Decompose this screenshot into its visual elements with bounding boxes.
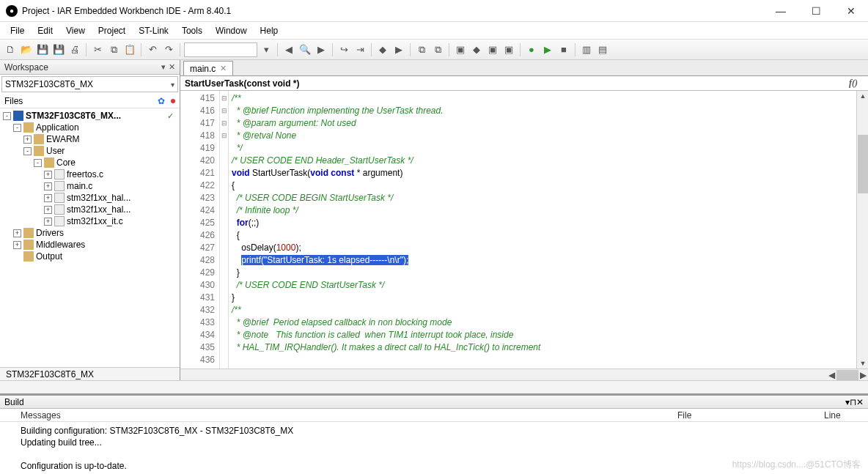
code-editor[interactable]: 415 416 417 418 419 420 421 422 423 424 … <box>180 91 868 369</box>
tree-item[interactable]: +stm32f1xx_hal... <box>0 204 180 215</box>
folder-icon <box>44 158 54 168</box>
scrollbar-thumb[interactable] <box>858 135 868 193</box>
undo-button[interactable]: ↶ <box>145 42 160 57</box>
bookmark-button[interactable]: ◆ <box>375 42 390 57</box>
chevron-down-icon: ▾ <box>171 81 174 89</box>
vertical-scrollbar[interactable]: ▲ ▼ <box>856 91 868 369</box>
tab-main-c[interactable]: main.c ✕ <box>183 61 233 75</box>
col-line: Line <box>824 410 868 421</box>
cfile-icon <box>54 193 65 203</box>
tree-item[interactable]: +EWARM <box>0 133 180 145</box>
bookmarknext-button[interactable]: ▶ <box>391 42 406 57</box>
col-file: File <box>677 410 824 421</box>
tree-item[interactable]: -Application <box>0 122 180 133</box>
print-button[interactable]: 🖨 <box>67 42 82 57</box>
tree-item[interactable]: -STM32F103C8T6_MX...✓ <box>0 110 180 122</box>
new-button[interactable]: 🗋 <box>3 42 18 57</box>
workspace-title: Workspace <box>4 62 48 73</box>
status-dot-icon <box>171 99 175 103</box>
tree-item[interactable]: +Middlewares <box>0 239 180 251</box>
proj-icon <box>13 111 23 121</box>
app-icon: ● <box>6 5 18 17</box>
t1-button[interactable]: ▥ <box>579 42 594 57</box>
cfile-icon <box>54 181 65 191</box>
cut-button[interactable]: ✂ <box>90 42 105 57</box>
window-title: Project - IAR Embedded Workbench IDE - A… <box>22 6 770 16</box>
build-panel: Build ▾ ⊓ ✕ Messages File Line Building … <box>0 393 868 474</box>
build-messages: Building configuration: STM32F103C8T6_MX… <box>0 422 868 472</box>
menu-project[interactable]: Project <box>92 24 131 37</box>
minimize-button[interactable]: — <box>770 3 792 19</box>
scroll-up-icon[interactable]: ▲ <box>858 91 868 101</box>
go-button[interactable]: ● <box>524 42 539 57</box>
target-combo-value: STM32F103C8T6_MX <box>5 79 93 89</box>
cfile-icon <box>54 216 65 226</box>
menu-edit[interactable]: Edit <box>32 24 59 37</box>
menu-window[interactable]: Window <box>210 24 253 37</box>
nextline-button[interactable]: ⇥ <box>353 42 367 57</box>
navback-button[interactable]: ◀ <box>282 42 296 57</box>
d1-button[interactable]: ▣ <box>453 42 468 57</box>
tab-label: main.c <box>190 64 216 74</box>
stepinto-button[interactable]: ↪ <box>336 42 351 57</box>
redo-button[interactable]: ↷ <box>161 42 176 57</box>
code-body[interactable]: /** * @brief Function implementing the U… <box>229 91 856 369</box>
play-button[interactable]: ▶ <box>540 42 555 57</box>
open-button[interactable]: 📂 <box>19 42 34 57</box>
dropdown-icon[interactable]: ▾ <box>161 62 166 72</box>
saveall-button[interactable]: 💾 <box>51 42 66 57</box>
search-button[interactable]: 🔍 <box>298 42 312 57</box>
tree-item[interactable]: +stm32f1xx_it.c <box>0 215 180 227</box>
function-name: StartUserTask(const void *) <box>185 78 300 89</box>
close-button[interactable]: ✕ <box>840 3 862 19</box>
toolbar: 🗋📂💾💾🖨✂⧉📋↶↷▾◀🔍▶↪⇥◆▶⧉⧉▣◆▣▣●▶■▥▤ <box>0 40 868 60</box>
replace2-button[interactable]: ⧉ <box>430 42 445 57</box>
menu-st-link[interactable]: ST-Link <box>133 24 174 37</box>
scroll-right-icon[interactable]: ▶ <box>860 370 867 380</box>
scroll-left-icon[interactable]: ◀ <box>828 370 835 380</box>
t2-button[interactable]: ▤ <box>595 42 610 57</box>
menu-view[interactable]: View <box>60 24 91 37</box>
tree-item[interactable]: Output <box>0 251 180 262</box>
tree-item[interactable]: +freertos.c <box>0 169 180 180</box>
pin-icon[interactable]: ⊓ <box>850 397 856 407</box>
scroll-down-icon[interactable]: ▼ <box>858 358 868 369</box>
horizontal-scrollbar[interactable]: ◀ ▶ <box>180 369 868 380</box>
maximize-button[interactable]: ☐ <box>805 3 827 19</box>
paste-button[interactable]: 📋 <box>122 42 137 57</box>
fx-icon[interactable]: f() <box>849 78 858 89</box>
files-label: Files <box>4 96 23 106</box>
workspace-header: Workspace ▾ ✕ <box>0 60 180 75</box>
cfile-icon <box>54 169 65 179</box>
tree-item[interactable]: +stm32f1xx_hal... <box>0 192 180 204</box>
folder-icon <box>23 122 34 133</box>
close-tab-icon[interactable]: ✕ <box>220 64 227 73</box>
d2-button[interactable]: ◆ <box>469 42 484 57</box>
menu-tools[interactable]: Tools <box>176 24 208 37</box>
tree-item[interactable]: +main.c <box>0 180 180 192</box>
d3-button[interactable]: ▣ <box>485 42 500 57</box>
replace1-button[interactable]: ⧉ <box>414 42 429 57</box>
target-combo[interactable]: STM32F103C8T6_MX ▾ <box>1 76 178 92</box>
hscroll-thumb[interactable] <box>836 370 858 380</box>
menu-file[interactable]: File <box>4 24 30 37</box>
workspace-bottom-tab[interactable]: STM32F103C8T6_MX <box>0 367 180 380</box>
file-tree[interactable]: -STM32F103C8T6_MX...✓-Application+EWARM-… <box>0 108 180 367</box>
find-combo[interactable] <box>184 42 257 57</box>
d4-button[interactable]: ▣ <box>501 42 516 57</box>
tree-item[interactable]: -Core <box>0 157 180 169</box>
fold-gutter[interactable]: ⊟ ⊟ ⊟ ⊟ <box>220 91 229 369</box>
stop-button[interactable]: ■ <box>556 42 571 57</box>
folder-icon <box>23 240 34 250</box>
tree-item[interactable]: +Drivers <box>0 227 180 239</box>
workspace-panel: Workspace ▾ ✕ STM32F103C8T6_MX ▾ Files ✿… <box>0 60 180 380</box>
function-bar[interactable]: StartUserTask(const void *) f() <box>180 76 868 91</box>
pin-icon[interactable]: ✕ <box>169 62 175 72</box>
menu-help[interactable]: Help <box>254 24 284 37</box>
save-button[interactable]: 💾 <box>35 42 50 57</box>
navfwd-button[interactable]: ▶ <box>314 42 328 57</box>
gear-icon[interactable]: ✿ <box>158 96 165 106</box>
copy-button[interactable]: ⧉ <box>106 42 121 57</box>
close-icon[interactable]: ✕ <box>856 397 864 407</box>
tree-item[interactable]: -User <box>0 145 180 157</box>
